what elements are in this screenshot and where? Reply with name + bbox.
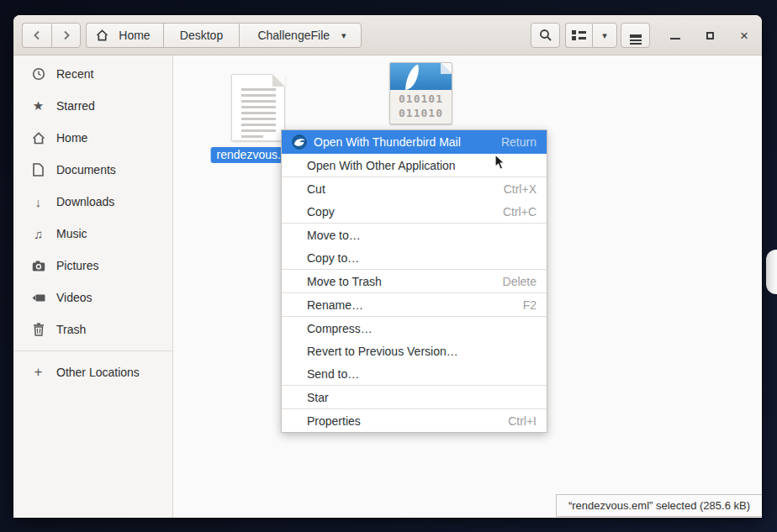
chevron-left-icon	[33, 30, 41, 40]
search-icon	[539, 29, 552, 42]
back-button[interactable]	[22, 23, 51, 48]
menu-item-shortcut: Ctrl+C	[503, 205, 536, 219]
sidebar-item-label: Videos	[56, 291, 92, 304]
minimize-icon	[670, 38, 680, 40]
star-icon: ★	[31, 98, 45, 113]
music-note-icon: ♫	[31, 227, 45, 241]
sidebar-item-music[interactable]: ♫ Music	[13, 218, 172, 250]
desktop-background: { "colors": { "accent": "#3584e4", "desk…	[0, 0, 777, 532]
menu-item-copy-to[interactable]: Copy to…	[282, 246, 547, 269]
sidebar-item-label: Other Locations	[56, 366, 140, 379]
menu-item-label: Compress…	[307, 322, 536, 335]
sidebar-item-pictures[interactable]: Pictures	[13, 250, 172, 282]
hamburger-icon	[630, 34, 642, 36]
home-icon	[96, 29, 108, 41]
menu-item-copy[interactable]: Copy Ctrl+C	[282, 200, 547, 223]
sidebar-item-label: Downloads	[56, 195, 114, 208]
menu-item-open-with-thunderbird[interactable]: Open With Thunderbird Mail Return	[282, 130, 547, 154]
chevron-down-icon: ▾	[602, 30, 607, 41]
breadcrumb-home[interactable]: Home	[86, 23, 163, 48]
menu-item-label: Open With Thunderbird Mail	[314, 135, 501, 149]
close-icon: ×	[740, 29, 748, 43]
search-button[interactable]	[531, 23, 560, 48]
trash-icon	[31, 323, 45, 336]
sidebar-item-other-locations[interactable]: + Other Locations	[13, 356, 172, 388]
breadcrumb-challengefile[interactable]: ChallengeFile ▾	[239, 23, 362, 48]
mouse-cursor	[494, 154, 506, 174]
menu-item-move-to-trash[interactable]: Move to Trash Delete	[282, 270, 547, 292]
headerbar[interactable]: Home Desktop ChallengeFile ▾ ▾	[13, 15, 762, 55]
sidebar-item-label: Home	[56, 131, 87, 145]
menu-item-label: Move to Trash	[307, 275, 503, 288]
sidebar-item-videos[interactable]: Videos	[13, 282, 172, 313]
sidebar-separator	[13, 350, 172, 351]
menu-item-label: Send to…	[307, 367, 536, 381]
menu-item-label: Move to…	[307, 229, 536, 242]
menu-item-shortcut: Ctrl+X	[504, 182, 536, 196]
menu-item-shortcut: Ctrl+I	[508, 414, 536, 428]
menu-item-revert-to-previous-version[interactable]: Revert to Previous Version…	[282, 340, 547, 362]
maximize-icon	[706, 32, 714, 40]
app-menu-button[interactable]	[621, 23, 650, 48]
wallpaper-letter-glyph	[766, 250, 777, 294]
file-view[interactable]: rendezvous.eml 010101 011010	[173, 55, 762, 518]
menu-item-label: Copy to…	[307, 251, 536, 265]
minimize-button[interactable]	[666, 26, 684, 45]
menu-item-rename[interactable]: Rename… F2	[282, 293, 547, 316]
breadcrumb-label: Home	[115, 29, 153, 42]
binary-digits: 010101 011010	[390, 92, 452, 120]
chevron-right-icon	[62, 30, 71, 40]
sidebar-item-label: Pictures	[56, 259, 99, 272]
menu-item-star[interactable]: Star	[282, 386, 547, 408]
menu-item-move-to[interactable]: Move to…	[282, 224, 547, 246]
sidebar-item-label: Starred	[56, 99, 95, 113]
document-icon	[31, 163, 45, 176]
maximize-button[interactable]	[700, 26, 719, 45]
menu-item-shortcut: F2	[523, 298, 536, 312]
sidebar-item-home[interactable]: Home	[13, 122, 172, 154]
forward-button[interactable]	[51, 23, 81, 48]
file-icon-binary[interactable]: 010101 011010	[389, 62, 452, 124]
menu-item-label: Cut	[307, 182, 504, 196]
home-icon	[31, 132, 45, 145]
page-fold-corner	[441, 62, 452, 74]
context-menu: Open With Thunderbird Mail Return Open W…	[281, 129, 547, 433]
menu-item-shortcut: Delete	[503, 275, 536, 288]
menu-item-label: Rename…	[307, 298, 523, 312]
sidebar-item-trash[interactable]: Trash	[13, 313, 172, 345]
sidebar-item-downloads[interactable]: ↓ Downloads	[13, 186, 172, 218]
view-toggle-button[interactable]	[565, 23, 592, 48]
selection-status-bar: “rendezvous.eml” selected (285.6 kB)	[556, 494, 762, 517]
breadcrumb-label: ChallengeFile	[254, 29, 333, 42]
menu-item-send-to[interactable]: Send to…	[282, 362, 547, 385]
breadcrumb-desktop[interactable]: Desktop	[163, 23, 239, 48]
menu-item-open-with-other[interactable]: Open With Other Application	[282, 154, 547, 176]
chevron-down-icon: ▾	[341, 30, 346, 41]
menu-item-compress[interactable]: Compress…	[282, 317, 547, 340]
sidebar-item-starred[interactable]: ★ Starred	[13, 90, 172, 122]
download-arrow-icon: ↓	[31, 195, 45, 209]
clock-icon	[31, 67, 45, 81]
page-fold-corner	[272, 74, 285, 87]
close-button[interactable]: ×	[735, 26, 753, 45]
menu-item-label: Copy	[307, 205, 503, 219]
sidebar-item-label: Music	[56, 227, 87, 240]
menu-item-properties[interactable]: Properties Ctrl+I	[282, 409, 547, 432]
sidebar: Recent ★ Starred Home Documents ↓ Downlo…	[13, 55, 173, 518]
view-options-dropdown[interactable]: ▾	[592, 23, 617, 48]
menu-item-label: Revert to Previous Version…	[307, 345, 536, 358]
camera-icon	[31, 261, 45, 271]
sidebar-item-label: Recent	[56, 67, 93, 81]
plus-icon: +	[31, 364, 45, 381]
menu-item-label: Star	[307, 391, 536, 404]
file-icon-rendezvous[interactable]	[231, 74, 285, 141]
menu-item-label: Properties	[307, 414, 508, 428]
file-manager-window: Home Desktop ChallengeFile ▾ ▾	[13, 15, 762, 518]
sidebar-item-documents[interactable]: Documents	[13, 154, 172, 186]
list-view-icon	[572, 29, 586, 42]
breadcrumb-label: Desktop	[177, 29, 226, 42]
menu-item-cut[interactable]: Cut Ctrl+X	[282, 177, 547, 200]
menu-item-shortcut: Return	[501, 135, 536, 149]
sidebar-item-recent[interactable]: Recent	[13, 58, 172, 90]
sidebar-item-label: Trash	[56, 323, 86, 336]
